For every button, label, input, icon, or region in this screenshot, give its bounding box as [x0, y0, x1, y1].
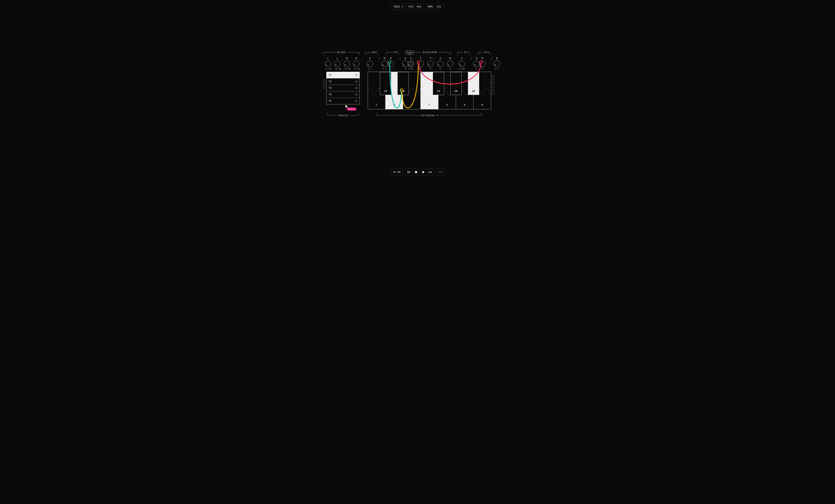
- track-row-t3[interactable]: T3: [327, 85, 360, 91]
- knob-label: T: [426, 57, 435, 60]
- knob-waveform-0[interactable]: S0.50: [407, 57, 415, 70]
- bpm-display[interactable]: 91.00: [391, 169, 403, 176]
- user-cursor-tag: Akira: [347, 107, 357, 111]
- link-icon: [428, 171, 432, 173]
- key-Csharp[interactable]: C#: [380, 72, 391, 95]
- knob-dial-icon[interactable]: [447, 61, 453, 67]
- track-row-t2[interactable]: T2: [327, 78, 360, 85]
- track-label: T3: [329, 87, 331, 89]
- knob-dial-icon[interactable]: [479, 61, 486, 67]
- knob-lfo-0[interactable]: R0 s: [387, 57, 395, 70]
- knob-value: 0 kHz: [458, 68, 466, 70]
- lfo-section-label: LFO: [391, 51, 400, 54]
- jack-icon[interactable]: [492, 92, 494, 95]
- knob-dial-icon[interactable]: [459, 61, 465, 67]
- svg-point-7: [439, 172, 439, 172]
- more-button[interactable]: [436, 169, 444, 176]
- knob-label: N: [446, 57, 454, 60]
- knob-dial-icon[interactable]: [367, 61, 373, 67]
- track-label: T2: [329, 80, 331, 83]
- knob-label: S: [416, 57, 425, 60]
- knob-dial-icon[interactable]: [494, 61, 500, 67]
- jack-icon[interactable]: [492, 75, 494, 77]
- track-row-t1[interactable]: T1: [327, 72, 360, 78]
- track-status-icon: [355, 74, 358, 76]
- knob-dial-icon[interactable]: [325, 61, 331, 67]
- env-section-label: ENV: [371, 51, 379, 54]
- knob-value: -10 dB: [352, 68, 360, 70]
- jack-icon[interactable]: [323, 80, 325, 82]
- waveform-section-label: WAVEFORM: [422, 51, 439, 54]
- jack-icon[interactable]: [323, 86, 325, 89]
- pause-button[interactable]: [405, 169, 412, 175]
- chevron-down-icon: [436, 115, 438, 116]
- track-label: T5: [329, 100, 331, 103]
- knob-flt-0[interactable]: C0 kHz: [458, 57, 466, 70]
- knob-dial-icon[interactable]: [418, 61, 424, 67]
- knob-dial-icon[interactable]: [388, 61, 394, 67]
- knob-dial-icon[interactable]: [408, 61, 414, 67]
- knob-dial-icon[interactable]: [344, 61, 350, 67]
- knob-mixer-3[interactable]: H-10 dB: [352, 57, 360, 70]
- knob-waveform-3[interactable]: S0: [436, 57, 445, 70]
- track-row-t4[interactable]: T4: [327, 91, 360, 98]
- key-Gsharp[interactable]: G#: [450, 72, 462, 95]
- knob-env-0[interactable]: A0 s: [366, 57, 374, 70]
- jack-icon[interactable]: [492, 82, 494, 84]
- svg-point-8: [440, 172, 441, 172]
- record-button[interactable]: [420, 169, 427, 175]
- knob-label: R: [387, 57, 395, 60]
- link-button[interactable]: [427, 169, 434, 175]
- knob-label: M: [343, 57, 351, 60]
- svg-rect-1: [409, 171, 410, 173]
- midi-dropdown[interactable]: MIDI: [394, 5, 403, 8]
- track-row-t5[interactable]: T5: [327, 98, 360, 104]
- svg-point-6: [431, 172, 432, 173]
- knob-efx-0[interactable]: R0: [478, 57, 487, 70]
- keyboard-patch-jacks-top: [492, 75, 494, 84]
- knob-value: 0: [426, 68, 435, 70]
- jack-icon[interactable]: [323, 83, 325, 85]
- stop-button[interactable]: [412, 169, 420, 175]
- keyboard-section-label[interactable]: KEYBOARD: [420, 114, 440, 117]
- knob-value: -10 dB: [333, 68, 342, 70]
- knob-value: 0: [436, 68, 445, 70]
- knob-value: 0 s: [366, 68, 374, 70]
- knob-dial-icon[interactable]: [334, 61, 341, 67]
- knob-dial-icon[interactable]: [353, 61, 359, 67]
- cpu-label: CPU:: [408, 5, 414, 8]
- key-Fsharp[interactable]: F#: [433, 72, 444, 95]
- knob-mixer-1[interactable]: L-10 dB: [333, 57, 342, 70]
- track-label: T4: [329, 93, 331, 96]
- flt-section-label: FLT: [463, 51, 471, 54]
- chevron-down-icon: [401, 6, 403, 7]
- knob-value: 0 s: [493, 68, 501, 70]
- knob-dial-icon[interactable]: [427, 61, 434, 67]
- track-status-icon: [355, 81, 358, 83]
- jack-icon[interactable]: [492, 86, 494, 88]
- knob-label: H: [352, 57, 360, 60]
- status-bar: MIDI CPU: 05% MEM: 15%: [391, 4, 444, 9]
- keyboard-patch-jacks-bottom: [492, 86, 494, 95]
- knob-efx-2[interactable]: D0 s: [493, 57, 501, 70]
- jack-icon[interactable]: [492, 78, 494, 81]
- tracks-list: T1T2T3T4T5: [326, 72, 360, 104]
- knob-label: L: [333, 57, 342, 60]
- knob-mixer-2[interactable]: M-10 dB: [343, 57, 351, 70]
- tracks-patch-jacks: [323, 80, 325, 89]
- knob-waveform-1[interactable]: S0: [416, 57, 425, 70]
- knob-value: 0: [416, 68, 425, 70]
- key-Asharp[interactable]: A#: [468, 72, 479, 95]
- knob-label: D: [493, 57, 501, 60]
- knob-value: -5 dB: [324, 68, 332, 70]
- key-Dsharp[interactable]: D#: [398, 72, 409, 95]
- knob-waveform-2[interactable]: T0: [426, 57, 435, 70]
- knob-mixer-0[interactable]: L-5 dB: [324, 57, 332, 70]
- keyboard: CDEFGAB C#D#F#G#A#: [368, 72, 491, 109]
- knob-waveform-4[interactable]: N0: [446, 57, 454, 70]
- knob-dial-icon[interactable]: [437, 61, 444, 67]
- knob-value: 0: [478, 68, 487, 70]
- jack-icon[interactable]: [492, 89, 494, 91]
- svg-point-3: [422, 171, 424, 173]
- knob-value: 0 s: [387, 68, 395, 70]
